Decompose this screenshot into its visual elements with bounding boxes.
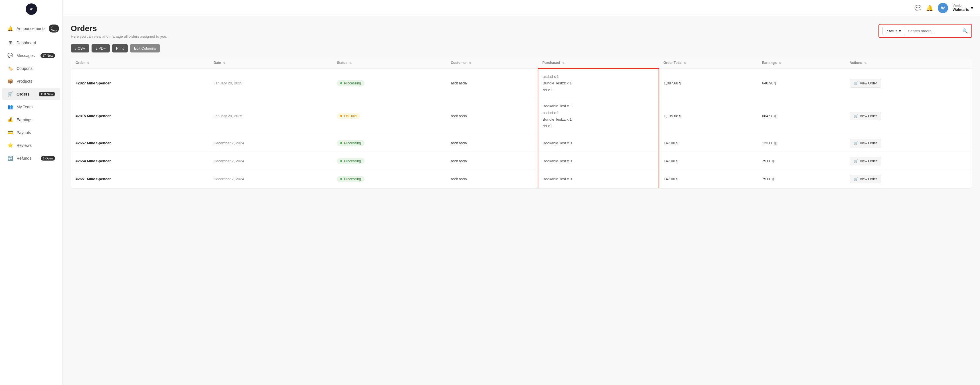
badge-messages: 17 New xyxy=(40,53,55,58)
status-button[interactable]: Status ▾ xyxy=(883,27,905,35)
sidebar-item-reviews[interactable]: ⭐ Reviews xyxy=(2,139,60,151)
order-purchased: Bookable Test x 3 xyxy=(538,152,659,170)
order-earnings: 75.00 $ xyxy=(757,170,845,188)
order-purchased: Bookable Test x 1asdad x 1Bundle Testzz … xyxy=(538,98,659,134)
order-id: #2827 Mike Spencer xyxy=(71,68,209,98)
sidebar-label-messages: Messages xyxy=(16,53,37,58)
bell-icon[interactable]: 🔔 xyxy=(926,5,933,11)
view-order-button[interactable]: 🛒 View Order xyxy=(850,157,881,165)
sidebar-item-products[interactable]: 📦 Products xyxy=(2,75,60,87)
sidebar-item-dashboard[interactable]: ⊞ Dashboard xyxy=(2,37,60,49)
order-id: #2657 Mike Spencer xyxy=(71,134,209,152)
sidebar-label-earnings: Earnings xyxy=(16,118,55,122)
status-dot xyxy=(340,115,342,117)
payouts-icon: 💳 xyxy=(7,130,13,135)
order-customer: asdt asda xyxy=(446,134,538,152)
pdf-button[interactable]: ↓ PDF xyxy=(92,44,110,52)
order-date: January 20, 2025 xyxy=(209,68,332,98)
col-header-status[interactable]: Status ⇅ xyxy=(332,57,446,68)
order-earnings: 640.98 $ xyxy=(757,68,845,98)
order-date: December 7, 2024 xyxy=(209,152,332,170)
top-header: 💬 🔔 W Vendor Walmarts ▾ xyxy=(63,0,980,16)
sort-icon: ⇅ xyxy=(562,61,565,64)
sort-icon: ⇅ xyxy=(349,61,352,64)
page-subtitle: Here you can view and manage all orders … xyxy=(71,34,167,38)
myteam-icon: 👥 xyxy=(7,104,13,110)
sidebar-item-payouts[interactable]: 💳 Payouts xyxy=(2,126,60,138)
col-header-customer[interactable]: Customer ⇅ xyxy=(446,57,538,68)
bag-icon: 🛒 xyxy=(854,159,858,163)
chevron-down-icon: ▾ xyxy=(899,29,901,33)
order-id: #2654 Mike Spencer xyxy=(71,152,209,170)
sort-icon: ⇅ xyxy=(469,61,471,64)
table-row: #2815 Mike Spencer January 20, 2025 On H… xyxy=(71,98,972,134)
sidebar-label-coupons: Coupons xyxy=(16,66,55,71)
sidebar-label-reviews: Reviews xyxy=(16,143,55,148)
announcements-icon: 🔔 xyxy=(7,26,13,31)
sidebar-item-orders[interactable]: 🛒 Orders 150 New xyxy=(2,88,60,100)
status-dot xyxy=(340,82,342,84)
table-header: Order ⇅Date ⇅Status ⇅Customer ⇅Purchased… xyxy=(71,57,972,68)
order-status: Processing xyxy=(332,68,446,98)
order-customer: asdt asda xyxy=(446,68,538,98)
dashboard-icon: ⊞ xyxy=(7,40,13,45)
order-purchased: asdad x 1Bundle Testzz x 1dd x 1 xyxy=(538,68,659,98)
sort-icon: ⇅ xyxy=(223,61,225,64)
col-header-date[interactable]: Date ⇅ xyxy=(209,57,332,68)
view-order-button[interactable]: 🛒 View Order xyxy=(850,175,881,183)
order-actions: 🛒 View Order xyxy=(845,134,972,152)
view-order-button[interactable]: 🛒 View Order xyxy=(850,139,881,148)
sidebar-label-products: Products xyxy=(16,79,55,84)
page-content: Orders Here you can view and manage all … xyxy=(63,16,980,385)
chat-icon[interactable]: 💬 xyxy=(915,5,921,11)
earnings-icon: 💰 xyxy=(7,117,13,123)
main-area: 💬 🔔 W Vendor Walmarts ▾ Orders Here you … xyxy=(63,0,980,385)
sidebar: W 🔔 Announcements 2 New ⊞ Dashboard 💬 Me… xyxy=(0,0,63,385)
products-icon: 📦 xyxy=(7,78,13,84)
order-total: 147.00 $ xyxy=(659,152,757,170)
order-purchased: Bookable Test x 3 xyxy=(538,134,659,152)
order-id: #2815 Mike Spencer xyxy=(71,98,209,134)
sort-icon: ⇅ xyxy=(779,61,781,64)
orders-table: Order ⇅Date ⇅Status ⇅Customer ⇅Purchased… xyxy=(71,57,972,189)
table-row: #2657 Mike Spencer December 7, 2024 Proc… xyxy=(71,134,972,152)
order-total: 147.00 $ xyxy=(659,170,757,188)
chevron-down-icon: ▾ xyxy=(971,5,973,11)
order-customer: asdt asda xyxy=(446,152,538,170)
bag-icon: 🛒 xyxy=(854,81,858,85)
edit-columns-button[interactable]: Edit Columns xyxy=(130,44,160,52)
sidebar-item-coupons[interactable]: 🏷️ Coupons xyxy=(2,62,60,75)
order-status: Processing xyxy=(332,152,446,170)
col-header-purchased[interactable]: Purchased ⇅ xyxy=(538,57,659,68)
filter-bar: Status ▾ 🔍 xyxy=(878,24,972,38)
col-header-actions[interactable]: Actions ⇅ xyxy=(845,57,972,68)
page-header: Orders Here you can view and manage all … xyxy=(71,24,972,38)
orders-icon: 🛒 xyxy=(7,91,13,97)
sidebar-item-refunds[interactable]: ↩️ Refunds 1 Open xyxy=(2,152,60,164)
view-order-button[interactable]: 🛒 View Order xyxy=(850,79,881,88)
order-status: Processing xyxy=(332,134,446,152)
csv-button[interactable]: ↓ CSV xyxy=(71,44,89,52)
view-order-button[interactable]: 🛒 View Order xyxy=(850,112,881,120)
sidebar-item-announcements[interactable]: 🔔 Announcements 2 New xyxy=(2,21,60,36)
coupons-icon: 🏷️ xyxy=(7,65,13,71)
col-header-order[interactable]: Order ⇅ xyxy=(71,57,209,68)
col-header-earnings[interactable]: Earnings ⇅ xyxy=(757,57,845,68)
sidebar-item-messages[interactable]: 💬 Messages 17 New xyxy=(2,49,60,62)
sidebar-logo: W xyxy=(25,3,37,15)
sidebar-item-myteam[interactable]: 👥 My Team xyxy=(2,101,60,113)
toolbar: ↓ CSV ↓ PDF Print Edit Columns xyxy=(71,44,972,52)
order-purchased: Bookable Test x 3 xyxy=(538,170,659,188)
order-actions: 🛒 View Order xyxy=(845,170,972,188)
vendor-dropdown[interactable]: Vendor Walmarts ▾ xyxy=(953,4,973,12)
refunds-icon: ↩️ xyxy=(7,156,13,161)
search-input[interactable] xyxy=(908,29,959,33)
sort-icon: ⇅ xyxy=(684,61,686,64)
print-button[interactable]: Print xyxy=(112,44,128,52)
sidebar-item-earnings[interactable]: 💰 Earnings xyxy=(2,113,60,126)
table-row: #2651 Mike Spencer December 7, 2024 Proc… xyxy=(71,170,972,188)
order-total: 1,087.68 $ xyxy=(659,68,757,98)
order-total: 147.00 $ xyxy=(659,134,757,152)
col-header-order-total[interactable]: Order Total ⇅ xyxy=(659,57,757,68)
order-status: Processing xyxy=(332,170,446,188)
